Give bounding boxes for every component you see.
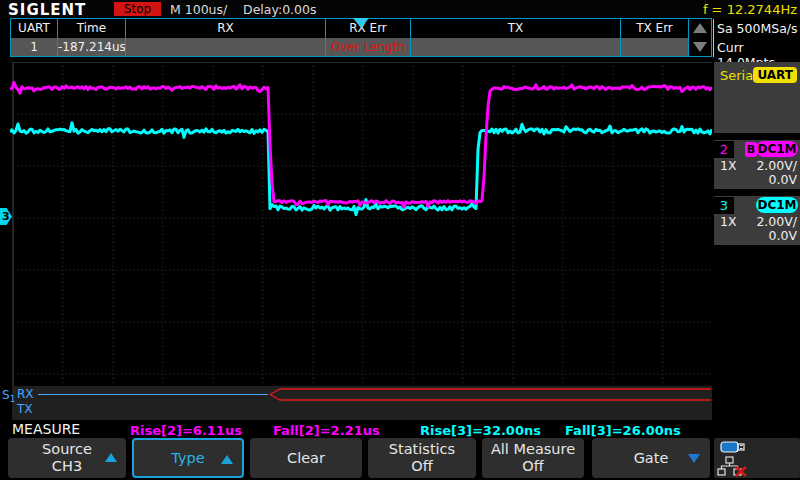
table-row: 1 -187.214us Over Length — [11, 38, 711, 56]
measure-rise-ch2: Rise[2]=6.11us — [130, 423, 242, 438]
channel3-probe: 1X — [720, 214, 737, 229]
all-measure-button-value: Off — [522, 458, 543, 475]
channel3-scale: 2.00V/ — [756, 214, 797, 229]
top-status-bar: SIGLENT Stop M 100us/ Delay:0.00s f = 12… — [0, 0, 800, 18]
tx-bus-label: TX — [17, 402, 33, 416]
frame-txerr-cell — [621, 38, 689, 56]
rx-bus-label: RX — [17, 387, 34, 401]
col-header-uart: UART — [11, 19, 58, 38]
statistics-button-label: Statistics — [389, 441, 455, 458]
channel3-info-box[interactable]: 3 DC1M 1X 2.00V/ 0.0V — [714, 196, 800, 245]
col-header-txerr: TX Err — [621, 19, 689, 38]
frequency-counter: f = 12.2744Hz — [703, 2, 797, 17]
up-arrow-icon — [221, 455, 233, 464]
gate-button[interactable]: Gate — [592, 438, 710, 478]
decode-scroll-up-button[interactable] — [689, 19, 711, 38]
source-button[interactable]: Source CH3 — [8, 438, 126, 478]
all-measure-button-label: All Measure — [491, 441, 575, 458]
trigger-position-marker[interactable] — [353, 18, 369, 28]
decode-scroll-down-button[interactable] — [689, 38, 711, 56]
channel3-number: 3 — [714, 197, 734, 214]
source-button-value: CH3 — [52, 458, 82, 475]
clear-button-label: Clear — [287, 450, 325, 467]
bus-number-label: S1 — [2, 388, 15, 404]
col-header-time: Time — [58, 19, 126, 38]
frame-rxerr-cell: Over Length — [326, 38, 411, 56]
up-arrow-icon — [693, 23, 707, 33]
channel2-scale: 2.00V/ — [756, 158, 797, 173]
ch3-trace — [10, 123, 712, 215]
brand-logo: SIGLENT — [8, 1, 86, 19]
statistics-button-value: Off — [411, 458, 432, 475]
channel2-offset: 0.0V — [769, 172, 797, 187]
source-button-label: Source — [42, 441, 92, 458]
type-button[interactable]: Type — [132, 438, 244, 478]
measure-title: MEASURE — [12, 421, 80, 437]
serial-decode-box[interactable]: Serial UART — [714, 62, 800, 133]
frame-time-cell: -187.214us — [58, 38, 126, 56]
frame-tx-cell — [411, 38, 621, 56]
delay-readout: Delay:0.00s — [243, 2, 317, 17]
channel2-info-box[interactable]: 2 B DC1M 1X 2.00V/ 0.0V — [714, 140, 800, 189]
statistics-button[interactable]: Statistics Off — [368, 438, 476, 478]
frame-rx-cell — [126, 38, 326, 56]
serial-type-badge: UART — [753, 67, 797, 83]
waveform-display — [10, 62, 712, 420]
frame-index-cell: 1 — [11, 38, 58, 56]
sidebar-separator — [713, 19, 714, 57]
usb-storage-icon — [721, 442, 744, 452]
oscilloscope-screen: SIGLENT Stop M 100us/ Delay:0.00s f = 12… — [0, 0, 800, 480]
gate-button-label: Gate — [634, 450, 669, 467]
ch2-trace — [10, 82, 712, 207]
channel3-coupling-badge: DC1M — [756, 197, 798, 213]
run-state-badge[interactable]: Stop — [114, 2, 161, 16]
status-icons — [714, 438, 800, 478]
col-header-rx: RX — [126, 19, 326, 38]
type-button-label: Type — [171, 450, 204, 467]
timebase-readout: M 100us/ — [170, 2, 227, 17]
clear-button[interactable]: Clear — [250, 438, 362, 478]
sample-rate-readout: Sa 500MSa/s — [717, 21, 798, 36]
status-icon-panel — [714, 438, 800, 478]
lan-disconnected-icon — [718, 457, 746, 476]
up-arrow-icon — [105, 453, 117, 462]
measure-fall-ch2: Fall[2]=2.21us — [273, 423, 380, 438]
channel2-number: 2 — [714, 141, 734, 158]
channel2-probe: 1X — [720, 158, 737, 173]
all-measure-button[interactable]: All Measure Off — [482, 438, 584, 478]
measure-fall-ch3: Fall[3]=26.00ns — [565, 423, 681, 438]
decode-bus-graphics — [12, 386, 712, 420]
rx-frame-bus — [270, 389, 711, 400]
down-arrow-icon — [693, 42, 707, 52]
channel2-coupling-badge: DC1M — [756, 141, 798, 157]
serial-label: Serial — [720, 68, 757, 83]
down-arrow-icon — [688, 454, 700, 463]
measure-rise-ch3: Rise[3]=32.00ns — [420, 423, 541, 438]
col-header-tx: TX — [411, 19, 621, 38]
channel3-offset: 0.0V — [769, 228, 797, 243]
